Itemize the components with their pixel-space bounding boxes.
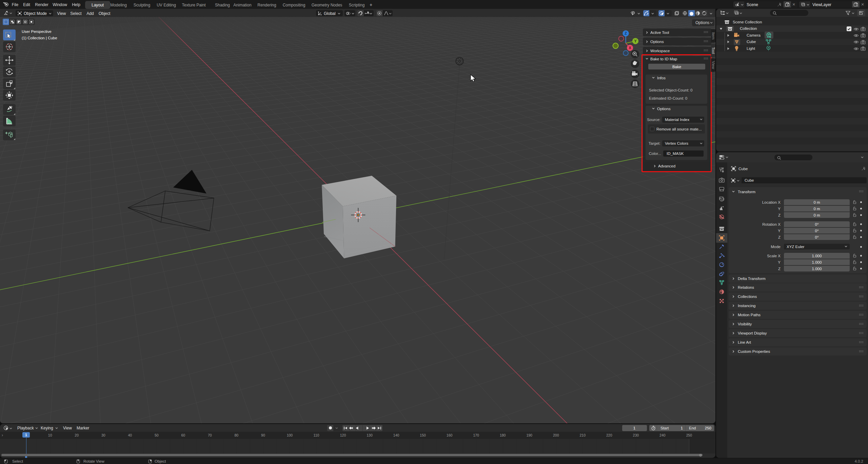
svg-text:Y: Y [634,39,636,43]
svg-text:Z: Z [625,31,627,35]
